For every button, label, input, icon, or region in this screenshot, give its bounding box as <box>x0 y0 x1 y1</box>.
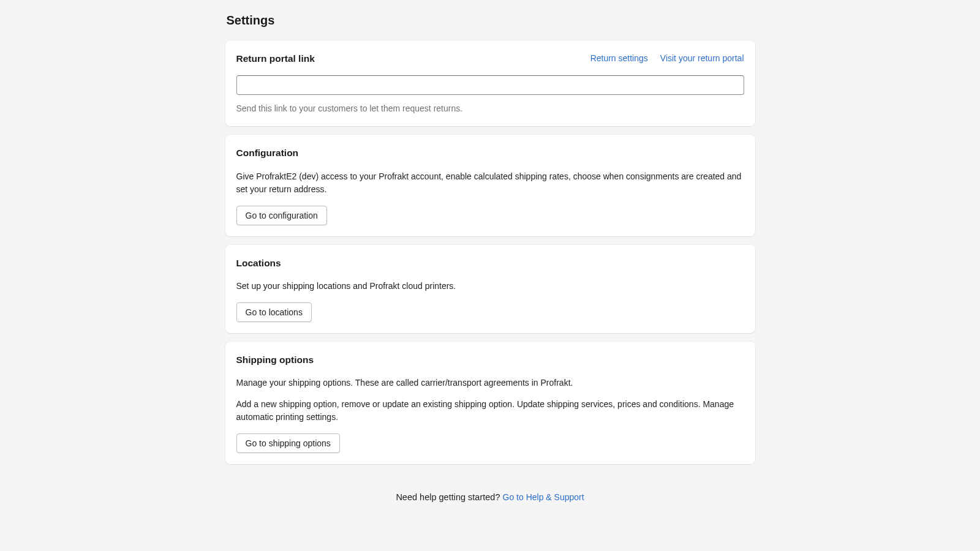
go-to-shipping-options-button[interactable]: Go to shipping options <box>236 433 340 453</box>
shipping-options-card: Shipping options Manage your shipping op… <box>225 342 755 464</box>
shipping-options-description-2: Add a new shipping option, remove or upd… <box>236 398 744 424</box>
locations-title: Locations <box>236 256 281 270</box>
settings-page: Settings Return portal link Return setti… <box>225 0 755 529</box>
help-support-link[interactable]: Go to Help & Support <box>503 492 584 502</box>
configuration-title: Configuration <box>236 146 299 160</box>
return-settings-link[interactable]: Return settings <box>590 52 648 65</box>
configuration-description: Give ProfraktE2 (dev) access to your Pro… <box>236 170 744 196</box>
locations-description: Set up your shipping locations and Profr… <box>236 280 744 293</box>
shipping-options-header: Shipping options <box>236 353 744 367</box>
footer-help: Need help getting started? Go to Help & … <box>225 473 755 529</box>
footer-help-text: Need help getting started? <box>396 492 502 502</box>
page-title: Settings <box>225 11 755 29</box>
return-portal-link-input[interactable] <box>236 75 744 95</box>
locations-header: Locations <box>236 256 744 270</box>
shipping-options-title: Shipping options <box>236 353 314 367</box>
configuration-header: Configuration <box>236 146 744 160</box>
return-portal-card: Return portal link Return settings Visit… <box>225 40 755 126</box>
go-to-locations-button[interactable]: Go to locations <box>236 302 312 322</box>
configuration-card: Configuration Give ProfraktE2 (dev) acce… <box>225 135 755 236</box>
go-to-configuration-button[interactable]: Go to configuration <box>236 206 327 225</box>
visit-return-portal-link[interactable]: Visit your return portal <box>660 52 744 65</box>
return-portal-header: Return portal link Return settings Visit… <box>236 51 744 66</box>
return-portal-help-text: Send this link to your customers to let … <box>236 102 744 115</box>
shipping-options-description-1: Manage your shipping options. These are … <box>236 377 744 389</box>
return-portal-title: Return portal link <box>236 51 315 66</box>
return-portal-links: Return settings Visit your return portal <box>590 52 744 65</box>
locations-card: Locations Set up your shipping locations… <box>225 245 755 333</box>
